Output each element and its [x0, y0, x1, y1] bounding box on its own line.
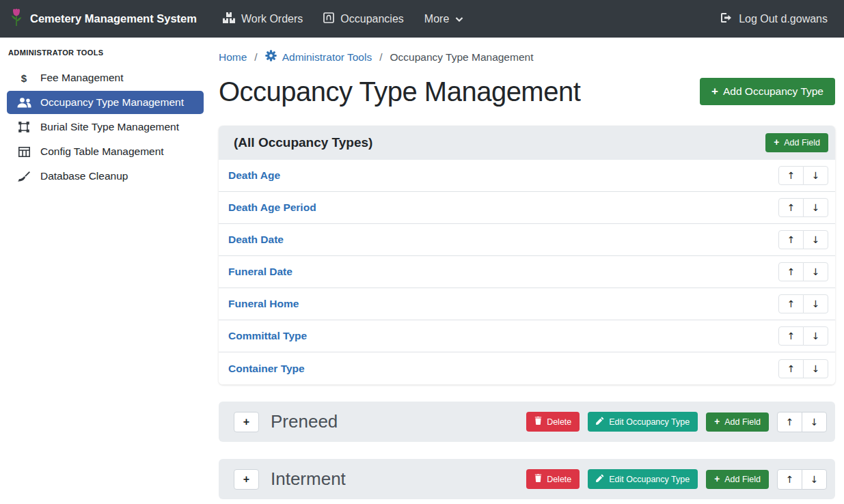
- plus-icon: +: [714, 475, 720, 484]
- logout-label: Log Out d.gowans: [739, 13, 828, 25]
- vector-square-icon: [16, 122, 31, 132]
- reorder-button-group: ↑ ↓: [778, 326, 828, 346]
- add-field-button[interactable]: + Add Field: [765, 133, 828, 152]
- nav-more-label: More: [424, 13, 449, 25]
- occupancy-type-panel: + Interment Delete: [219, 459, 835, 499]
- move-down-button[interactable]: ↓: [803, 166, 828, 185]
- table-icon: [16, 147, 31, 157]
- field-row: Container Type ↑ ↓: [219, 352, 835, 384]
- logout-link[interactable]: Log Out d.gowans: [721, 13, 828, 25]
- sidebar-item-label: Config Table Management: [40, 145, 164, 158]
- occupancy-type-sections: + Preneed Delete: [219, 402, 835, 499]
- edit-occupancy-type-button[interactable]: Edit Occupancy Type: [588, 412, 698, 432]
- field-row: Death Date ↑ ↓: [219, 224, 835, 256]
- add-field-button[interactable]: + Add Field: [706, 470, 769, 489]
- add-occupancy-type-button[interactable]: + Add Occupancy Type: [700, 78, 835, 105]
- move-up-button[interactable]: ↑: [778, 198, 804, 217]
- delete-button[interactable]: Delete: [526, 412, 580, 432]
- reorder-button-group: ↑ ↓: [778, 166, 828, 185]
- breadcrumb: Home / Administrator Tools / Occupancy T…: [219, 50, 835, 64]
- move-up-button[interactable]: ↑: [777, 412, 802, 432]
- app-brand[interactable]: Cemetery Management System: [10, 8, 197, 29]
- panel-actions: Delete Edit Occupancy Type: [526, 469, 827, 490]
- nav-work-orders[interactable]: Work Orders: [223, 12, 303, 26]
- move-down-button[interactable]: ↓: [803, 359, 828, 378]
- frame-icon: [323, 12, 334, 26]
- sidebar-item-label: Fee Management: [40, 72, 124, 84]
- field-row: Committal Type ↑ ↓: [219, 320, 835, 352]
- move-up-button[interactable]: ↑: [778, 166, 804, 185]
- reorder-button-group: ↑ ↓: [777, 412, 827, 432]
- edit-occupancy-type-label: Edit Occupancy Type: [609, 475, 690, 484]
- move-down-button[interactable]: ↓: [802, 469, 827, 490]
- nav-occupancies[interactable]: Occupancies: [323, 12, 404, 26]
- reorder-button-group: ↑ ↓: [777, 469, 827, 490]
- move-up-button[interactable]: ↑: [778, 262, 804, 281]
- move-up-button[interactable]: ↑: [777, 469, 802, 490]
- move-up-button[interactable]: ↑: [778, 294, 804, 313]
- expand-button[interactable]: +: [234, 412, 259, 432]
- move-down-button[interactable]: ↓: [803, 262, 828, 281]
- field-row: Death Age Period ↑ ↓: [219, 192, 835, 224]
- all-occupancy-types-title: (All Occupancy Types): [234, 135, 372, 150]
- field-row: Funeral Home ↑ ↓: [219, 288, 835, 320]
- edit-occupancy-type-button[interactable]: Edit Occupancy Type: [588, 469, 698, 489]
- occupancy-type-title: Interment: [271, 468, 346, 490]
- breadcrumb-current: Occupancy Type Management: [390, 51, 534, 64]
- sidebar-item-occupancy-type-management[interactable]: Occupancy Type Management: [7, 91, 204, 114]
- add-field-button[interactable]: + Add Field: [706, 412, 769, 432]
- expand-button[interactable]: +: [234, 469, 259, 490]
- delete-label: Delete: [547, 475, 571, 484]
- move-down-button[interactable]: ↓: [802, 412, 827, 432]
- pencil-icon: [596, 417, 604, 427]
- move-up-button[interactable]: ↑: [778, 359, 804, 378]
- field-link[interactable]: Funeral Date: [228, 266, 292, 278]
- page-layout: ADMINISTRATOR TOOLS $ Fee Management Occ…: [0, 38, 844, 504]
- field-link[interactable]: Committal Type: [228, 330, 307, 342]
- move-down-button[interactable]: ↓: [803, 294, 828, 313]
- sidebar-item-fee-management[interactable]: $ Fee Management: [7, 66, 204, 89]
- field-link[interactable]: Death Age: [228, 169, 280, 182]
- field-link[interactable]: Death Date: [228, 234, 284, 246]
- reorder-button-group: ↑ ↓: [778, 230, 828, 249]
- field-link[interactable]: Funeral Home: [228, 298, 299, 310]
- add-field-label: Add Field: [784, 138, 820, 148]
- move-up-button[interactable]: ↑: [778, 326, 804, 346]
- pencil-icon: [596, 474, 604, 484]
- add-field-label: Add Field: [724, 417, 761, 427]
- field-link[interactable]: Death Age Period: [228, 201, 316, 214]
- sidebar-item-label: Occupancy Type Management: [40, 96, 184, 109]
- dollar-icon: $: [16, 72, 31, 84]
- breadcrumb-administrator-tools[interactable]: Administrator Tools: [265, 50, 372, 64]
- move-up-button[interactable]: ↑: [778, 230, 804, 249]
- sidebar-heading: ADMINISTRATOR TOOLS: [0, 42, 210, 65]
- delete-button[interactable]: Delete: [526, 469, 580, 489]
- field-row: Death Age ↑ ↓: [219, 160, 835, 192]
- field-link[interactable]: Container Type: [228, 363, 305, 375]
- breadcrumb-separator: /: [254, 51, 257, 64]
- nav-work-orders-label: Work Orders: [241, 13, 303, 25]
- plus-icon: +: [714, 417, 720, 427]
- nav-more[interactable]: More: [424, 13, 463, 25]
- boxes-icon: [223, 12, 235, 26]
- breadcrumb-administrator-tools-label: Administrator Tools: [282, 51, 372, 64]
- sidebar-item-database-cleanup[interactable]: Database Cleanup: [7, 165, 204, 188]
- reorder-button-group: ↑ ↓: [778, 359, 828, 378]
- delete-label: Delete: [547, 417, 571, 427]
- panel-actions: Delete Edit Occupancy Type: [526, 412, 827, 432]
- sidebar-item-burial-site-type-management[interactable]: Burial Site Type Management: [7, 115, 204, 139]
- page-title: Occupancy Type Management: [219, 75, 580, 108]
- chevron-down-icon: [455, 13, 463, 25]
- occupancy-type-title: Preneed: [271, 411, 338, 432]
- gear-icon: [265, 50, 277, 64]
- reorder-button-group: ↑ ↓: [778, 262, 828, 281]
- sidebar-item-label: Burial Site Type Management: [40, 121, 179, 133]
- all-occupancy-types-header: (All Occupancy Types) + Add Field: [219, 126, 835, 160]
- move-down-button[interactable]: ↓: [803, 198, 828, 217]
- breadcrumb-home[interactable]: Home: [219, 51, 247, 64]
- reorder-button-group: ↑ ↓: [778, 294, 828, 313]
- move-down-button[interactable]: ↓: [803, 230, 828, 249]
- move-down-button[interactable]: ↓: [803, 326, 828, 346]
- sidebar-item-config-table-management[interactable]: Config Table Management: [7, 140, 204, 163]
- occupancy-type-panel: + Preneed Delete: [219, 402, 835, 442]
